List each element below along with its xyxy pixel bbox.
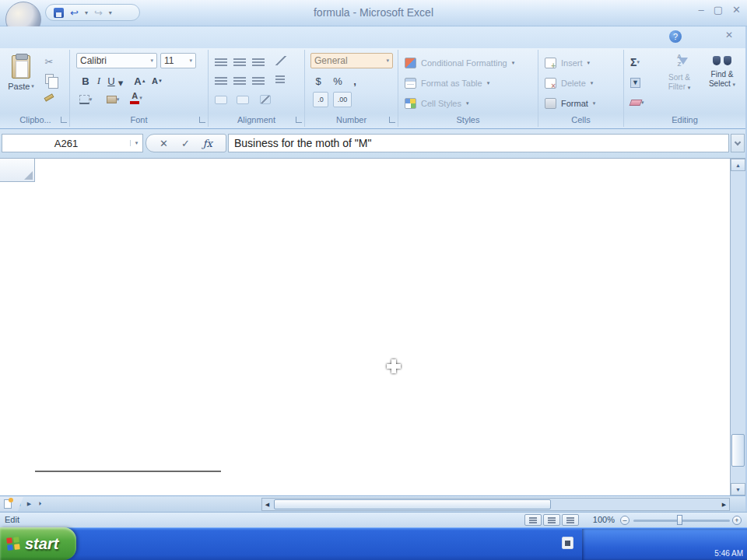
zoom-out-button[interactable]: –	[620, 516, 630, 525]
clipboard-group-label: Clipbo...	[2, 115, 69, 124]
format-as-table-button[interactable]: Format as Table▾	[405, 75, 489, 92]
wrap-text-button[interactable]	[237, 92, 249, 107]
cut-button[interactable]: ✂	[42, 54, 56, 68]
increase-decimal-button[interactable]: .0	[313, 92, 328, 107]
vertical-scroll-thumb[interactable]	[731, 434, 745, 467]
insert-function-icon[interactable]: ƒx	[203, 138, 212, 149]
status-bar: Edit 100% – +	[0, 512, 747, 527]
start-button[interactable]: start	[0, 527, 76, 560]
clipboard-group: Paste▾ ✂ Clipbo...	[2, 50, 70, 127]
font-size-select[interactable]: 11▾	[160, 53, 196, 68]
font-dialog-launcher[interactable]	[199, 117, 205, 123]
insert-cells-button[interactable]: Insert▾	[545, 54, 590, 72]
next-sheet-button[interactable]: ▶	[24, 499, 34, 509]
copy-button[interactable]	[42, 72, 56, 86]
format-painter-button[interactable]	[42, 90, 56, 104]
horizontal-scrollbar[interactable]: ◀ ▶	[261, 498, 730, 511]
scroll-up-icon[interactable]: ▲	[731, 159, 745, 171]
page-layout-view-button[interactable]	[543, 514, 560, 526]
fill-color-button[interactable]: ▾	[104, 92, 121, 107]
orientation-button[interactable]	[275, 53, 286, 68]
windows-taskbar: start 5:46 AM	[0, 527, 747, 560]
sort-filter-icon: AZ	[671, 53, 688, 73]
system-tray: 5:46 AM	[582, 529, 747, 560]
help-icon[interactable]: ?	[669, 30, 682, 43]
cut-icon: ✂	[45, 56, 54, 68]
select-all-corner[interactable]	[0, 159, 35, 182]
format-as-table-icon	[405, 78, 416, 89]
window-title: formula - Microsoft Excel	[0, 6, 747, 19]
clear-button[interactable]: ▾	[630, 95, 644, 110]
start-label: start	[25, 535, 58, 553]
name-box[interactable]: A261 ▾	[2, 134, 143, 152]
zoom-in-button[interactable]: +	[732, 516, 742, 525]
name-box-value: A261	[2, 138, 130, 149]
worksheet-grid: ▲ ▼	[0, 159, 745, 495]
underline-dropdown-icon[interactable]: ▾	[117, 75, 124, 90]
align-bottom-button[interactable]	[252, 54, 265, 70]
formula-bar-expand-button[interactable]	[731, 134, 745, 152]
align-middle-button[interactable]	[233, 54, 246, 70]
close-button[interactable]: ✕	[732, 4, 741, 16]
fill-button[interactable]: ▼	[630, 75, 640, 90]
increase-indent-button[interactable]	[215, 92, 227, 107]
name-box-dropdown-icon[interactable]: ▾	[130, 140, 142, 146]
quick-launch-icon[interactable]	[562, 537, 573, 549]
paste-button[interactable]: Paste▾	[6, 53, 36, 112]
align-top-button[interactable]	[215, 54, 227, 70]
italic-button[interactable]: I	[93, 73, 104, 89]
paste-dropdown-icon: ▾	[31, 83, 34, 89]
clipboard-dialog-launcher[interactable]	[61, 117, 67, 123]
bold-button[interactable]: B	[79, 73, 92, 89]
grow-font-button[interactable]: A▲	[132, 73, 148, 89]
insert-cells-icon	[545, 58, 556, 68]
scroll-down-icon[interactable]: ▼	[731, 483, 745, 495]
font-color-button[interactable]: A▾	[128, 90, 145, 106]
number-format-select[interactable]: General▾	[310, 53, 393, 68]
borders-button[interactable]: ▾	[78, 92, 93, 107]
enter-entry-icon[interactable]: ✓	[181, 138, 190, 149]
cancel-entry-icon[interactable]: ✕	[160, 138, 168, 149]
delete-cells-button[interactable]: Delete▾	[545, 75, 593, 92]
page-break-view-button[interactable]	[562, 514, 579, 526]
number-dialog-launcher[interactable]	[389, 117, 395, 123]
percent-format-button[interactable]: %	[331, 73, 344, 89]
maximize-button[interactable]: ▢	[714, 4, 723, 16]
font-group-label: Font	[70, 115, 208, 124]
number-group: General▾ $ % , .0 .00 Number	[305, 50, 398, 127]
align-right-button[interactable]	[252, 73, 265, 89]
scroll-left-icon[interactable]: ◀	[262, 499, 272, 509]
last-sheet-button[interactable]: ⏵	[35, 499, 45, 509]
workbook-close-icon[interactable]: ✕	[725, 30, 733, 40]
underline-button[interactable]: U	[106, 73, 117, 89]
styles-group-label: Styles	[398, 115, 538, 124]
shrink-font-button[interactable]: A▼	[149, 73, 165, 89]
autosum-button[interactable]: Σ▾	[630, 54, 640, 70]
scroll-right-icon[interactable]: ▶	[719, 499, 729, 509]
alignment-dialog-launcher[interactable]	[296, 117, 302, 123]
minimize-button[interactable]: –	[699, 4, 704, 16]
horizontal-scroll-thumb[interactable]	[274, 499, 551, 509]
merge-center-button[interactable]	[260, 92, 271, 107]
normal-view-button[interactable]	[524, 514, 542, 526]
align-center-button[interactable]	[233, 73, 246, 89]
find-select-button[interactable]: Find &Select ▾	[702, 54, 742, 89]
comma-format-button[interactable]: ,	[350, 73, 359, 89]
cell-styles-button[interactable]: Cell Styles▾	[405, 95, 468, 112]
decrease-decimal-button[interactable]: .00	[333, 92, 352, 107]
sort-filter-button[interactable]: AZ Sort &Filter ▾	[660, 53, 699, 92]
format-cells-button[interactable]: Format▾	[545, 95, 595, 112]
delete-cells-icon	[545, 78, 556, 89]
accounting-format-button[interactable]: $	[313, 73, 324, 89]
decrease-indent-button[interactable]	[275, 72, 285, 87]
copy-icon	[45, 74, 54, 84]
zoom-slider-thumb[interactable]	[677, 515, 682, 525]
vertical-scrollbar[interactable]: ▲ ▼	[730, 159, 745, 495]
window-controls: – ▢ ✕	[699, 4, 741, 16]
formula-input[interactable]: Business for the moth of "M"	[228, 134, 729, 152]
conditional-formatting-button[interactable]: Conditional Formatting▾	[405, 54, 514, 72]
font-name-value: Calibri	[80, 55, 107, 66]
cells-group-label: Cells	[538, 115, 623, 124]
font-name-select[interactable]: Calibri▾	[76, 53, 157, 68]
align-left-button[interactable]	[215, 73, 227, 89]
